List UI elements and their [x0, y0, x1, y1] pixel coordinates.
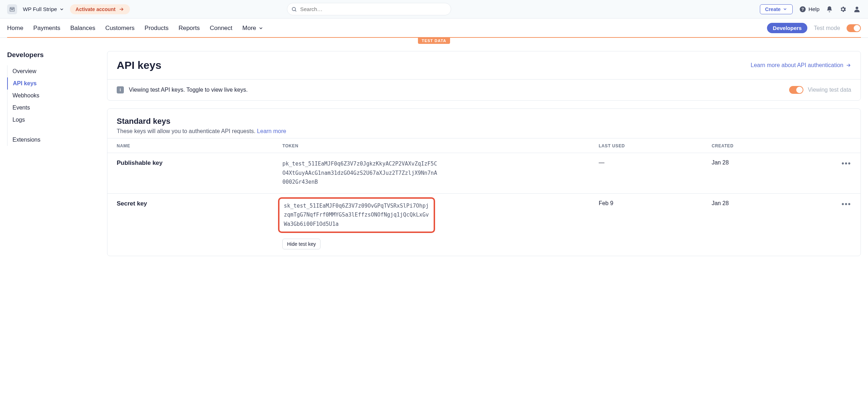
activate-account-button[interactable]: Activate account [70, 4, 130, 14]
create-label: Create [765, 6, 781, 12]
svg-line-2 [295, 10, 296, 11]
sidebar-item-events[interactable]: Events [7, 102, 100, 114]
activate-label: Activate account [76, 6, 116, 12]
learn-more-label: Learn more about API authentication [751, 62, 843, 68]
svg-point-5 [856, 6, 858, 9]
search-input[interactable] [287, 3, 451, 15]
nav-products[interactable]: Products [145, 25, 168, 32]
nav-reports[interactable]: Reports [178, 25, 200, 32]
col-header-created: CREATED [702, 138, 816, 153]
create-button[interactable]: Create [760, 4, 793, 14]
svg-text:?: ? [802, 7, 804, 11]
sidebar-item-webhooks[interactable]: Webhooks [7, 90, 100, 102]
nav-payments[interactable]: Payments [33, 25, 60, 32]
nav-more[interactable]: More [242, 25, 263, 32]
svg-point-1 [292, 7, 296, 10]
topbar-right: Create ? Help [760, 4, 861, 14]
sidebar-item-api-keys[interactable]: API keys [7, 77, 100, 90]
table-row: Publishable key pk_test_51IEaMJF0q6Z3V7z… [107, 153, 861, 194]
nav-home[interactable]: Home [7, 25, 23, 32]
arrow-right-icon [846, 62, 851, 68]
standard-keys-subtitle: These keys will allow you to authenticat… [117, 128, 851, 134]
search-icon [291, 6, 297, 12]
test-badge-wrap: TEST DATA [0, 37, 868, 44]
row-actions-menu[interactable]: ••• [842, 159, 851, 167]
arrow-right-icon [118, 6, 124, 12]
row-actions-menu[interactable]: ••• [842, 200, 851, 208]
profile-icon[interactable] [853, 5, 861, 13]
learn-more-auth-link[interactable]: Learn more about API authentication [751, 62, 851, 68]
key-name-cell: Publishable key [107, 153, 273, 194]
test-keys-notice: Viewing test API keys. Toggle to view li… [129, 87, 248, 93]
test-data-badge: TEST DATA [418, 37, 450, 44]
testmode-label: Test mode [814, 25, 840, 31]
developers-sidebar: Developers Overview API keys Webhooks Ev… [7, 51, 100, 264]
help-icon: ? [799, 6, 806, 13]
table-row: Secret key sk_test_51IEaMJF0q6Z3V7z09OvG… [107, 193, 861, 256]
account-selector[interactable]: WP Full Stripe [23, 6, 64, 12]
page-header-card: API keys Learn more about API authentica… [107, 51, 861, 101]
sidebar-item-logs[interactable]: Logs [7, 114, 100, 126]
settings-icon[interactable] [839, 6, 847, 13]
col-header-actions [815, 138, 861, 153]
created-cell: Jan 28 [702, 193, 816, 256]
info-icon: i [117, 86, 124, 93]
search-container [287, 3, 451, 15]
standard-keys-learn-more-link[interactable]: Learn more [257, 128, 286, 134]
sidebar-item-extensions[interactable]: Extensions [7, 134, 100, 146]
secret-key-token[interactable]: sk_test_51IEaMJF0q6Z3V7z09OvGPqTVSRxSlPi… [278, 197, 435, 233]
nav-right: Developers Test mode [767, 23, 861, 33]
hide-test-key-button[interactable]: Hide test key [282, 239, 321, 249]
chevron-down-icon [783, 7, 787, 11]
nav-balances[interactable]: Balances [70, 25, 95, 32]
nav-developers-pill[interactable]: Developers [767, 23, 807, 33]
viewing-test-toggle[interactable] [789, 86, 803, 94]
last-used-cell: — [589, 153, 702, 194]
last-used-cell: Feb 9 [589, 193, 702, 256]
testmode-toggle[interactable] [847, 24, 861, 32]
created-cell: Jan 28 [702, 153, 816, 194]
chevron-down-icon [258, 26, 263, 31]
subtitle-text: These keys will allow you to authenticat… [117, 128, 257, 134]
help-label: Help [808, 6, 819, 12]
nav-more-label: More [242, 25, 256, 32]
standard-keys-title: Standard keys [117, 117, 851, 126]
col-header-token: TOKEN [273, 138, 589, 153]
main-nav: Home Payments Balances Customers Product… [0, 19, 868, 38]
col-header-name: NAME [107, 138, 273, 153]
account-name: WP Full Stripe [23, 6, 57, 12]
keys-table: NAME TOKEN LAST USED CREATED Publishable… [107, 138, 861, 256]
col-header-last-used: LAST USED [589, 138, 702, 153]
main-content: API keys Learn more about API authentica… [107, 51, 861, 264]
viewing-test-label: Viewing test data [808, 87, 851, 93]
notifications-icon[interactable] [826, 6, 833, 13]
help-link[interactable]: ? Help [799, 6, 819, 13]
chevron-down-icon [59, 7, 64, 12]
nav-active-indicator [7, 37, 861, 38]
standard-keys-card: Standard keys These keys will allow you … [107, 108, 861, 256]
account-logo [7, 4, 17, 14]
top-bar: WP Full Stripe Activate account Create ?… [0, 0, 868, 19]
publishable-key-token[interactable]: pk_test_51IEaMJF0q6Z3V7z0JgkzKkyAC2P2VAX… [282, 159, 439, 187]
sidebar-item-overview[interactable]: Overview [7, 65, 100, 77]
sidebar-title: Developers [7, 51, 100, 59]
nav-customers[interactable]: Customers [105, 25, 135, 32]
key-name-cell: Secret key [107, 193, 273, 256]
page-title: API keys [117, 59, 161, 71]
nav-connect[interactable]: Connect [210, 25, 232, 32]
